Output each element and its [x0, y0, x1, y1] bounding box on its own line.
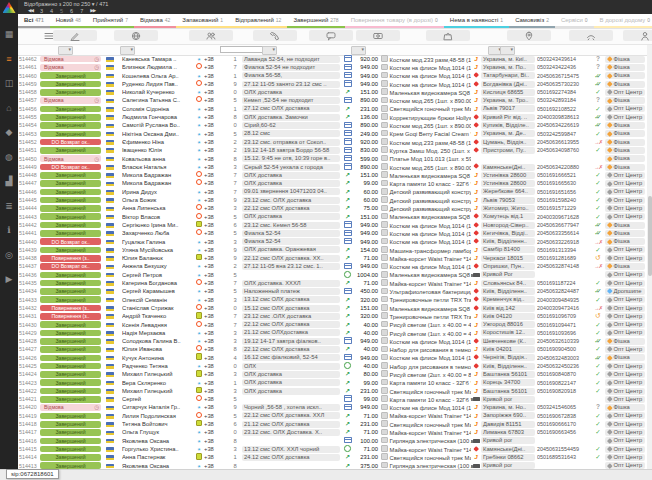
table-row[interactable]: 514432 Повернення (з.. Станіслав Стрижак…	[18, 304, 647, 312]
search-filter-input[interactable]	[220, 46, 264, 53]
video-icon[interactable]: ▶	[2, 272, 16, 286]
table-row[interactable]: 514458 Завершений Николай Кучеренко * +3…	[18, 88, 647, 96]
app-logo-icon[interactable]	[3, 2, 16, 13]
table-row[interactable]: 514431 Повернення (з.. Андрій Ткаченко +…	[18, 312, 647, 320]
next-page-icon[interactable]: ▶▶	[90, 8, 95, 13]
page-number[interactable]: 6	[70, 8, 73, 14]
table-row[interactable]: 514454 Завершений Самотій Руслана Во.. *…	[18, 121, 647, 129]
table-row[interactable]: 514415 Завершений Горгулько Христина.. *…	[18, 445, 647, 453]
table-row[interactable]: 514460 Завершений Кошелева Ольга Ар.. * …	[18, 72, 647, 80]
table-row[interactable]: 514435 Завершений Катерина Богданова +38…	[18, 279, 647, 287]
product-icon	[381, 312, 388, 319]
signature-icon[interactable]	[70, 31, 80, 41]
table-row[interactable]: 514421 Завершений Сергей +38 5 99.00 Кар…	[18, 395, 647, 403]
table-row[interactable]: 514439 Завершений Уляна Мусійовська * +3…	[18, 246, 647, 254]
table-row[interactable]: 514440 DO Возврат ок.. Гуцалюк Галина * …	[18, 238, 647, 246]
table-row[interactable]: 514449 DO Возврат ок.. Власюк Наталья * …	[18, 163, 647, 171]
table-row[interactable]: 514416 Завершений Яковлева Оксана * +38 …	[18, 437, 647, 445]
chat-icon[interactable]	[326, 31, 336, 41]
tab-1[interactable]: Новий 48	[50, 14, 87, 28]
contacts-icon[interactable]	[206, 31, 216, 41]
table-row[interactable]: 514434 Завершений Сергей Карамышев * +38…	[18, 287, 647, 295]
table-row[interactable]: 514433 Завершений Олексій Семанін * +38 …	[18, 296, 647, 304]
table-row[interactable]: 514424 Завершений Михаил Гилецький +38 3…	[18, 370, 647, 378]
table-row[interactable]: 514455 Завершений Людмила Гончарова * +3…	[18, 113, 647, 121]
tab-11[interactable]: В дорозі додому 0	[594, 14, 652, 28]
tab-4[interactable]: Запакований 1	[176, 14, 229, 28]
table-row[interactable]: 514417 Завершений Ольга Глущук * +38 0 2…	[18, 428, 647, 436]
table-row[interactable]: 514444 Завершений Анна Липенська +38 3 2…	[18, 204, 647, 212]
page-number[interactable]: 4	[50, 8, 53, 14]
column-filter-dropdown[interactable]	[500, 46, 515, 55]
page-number[interactable]: 5	[60, 8, 63, 14]
tab-5[interactable]: Відправлений 12	[229, 14, 287, 28]
table-row[interactable]: 514462 Відмова◷ Каневська Тамара .. * +3…	[18, 55, 647, 63]
column-filter-dropdown[interactable]	[120, 46, 135, 55]
table-row[interactable]: 514453 Завершений Нікітіна Оксана Дми.. …	[18, 130, 647, 138]
companies-icon[interactable]: ⌂	[2, 101, 16, 115]
products-icon[interactable]: ◆	[2, 125, 16, 139]
tab-2[interactable]: Прийнятий 7	[87, 14, 134, 28]
table-row[interactable]: 514425 Завершений Радченко Тетяна * +38 …	[18, 362, 647, 370]
table-row[interactable]: 514443 Завершений Віктор Власов +38 5 ОЛ…	[18, 213, 647, 221]
handset-icon[interactable]	[586, 31, 596, 41]
vertical-scrollbar[interactable]	[647, 28, 652, 470]
table-row[interactable]: 514442 Завершений Сергіюнко Ірина Ми.. +…	[18, 221, 647, 229]
info-icon[interactable]: ℹ	[2, 223, 16, 237]
announcements-icon[interactable]: ◍	[2, 150, 16, 164]
table-row[interactable]: 514445 Завершений Ольга Божик * +38 9 23…	[18, 196, 647, 204]
column-filter-dropdown[interactable]	[351, 46, 366, 55]
table-row[interactable]: 514428 Завершений Солодкова Галина В.. *…	[18, 337, 647, 345]
table-row[interactable]: 514426 Завершений Кучук Антонина +38 4 1…	[18, 354, 647, 362]
settings-icon[interactable]: ≣	[2, 199, 16, 213]
prev-page-icon[interactable]: ◀◀	[28, 8, 33, 13]
reports-icon[interactable]: ▟	[2, 174, 16, 188]
table-row[interactable]: 514451 Завершений Іващенко Юлія * +38 2 …	[18, 146, 647, 154]
table-row[interactable]: 514422 Завершений Михаил Гилецький +38 3…	[18, 387, 647, 395]
tab-3[interactable]: Відмова 42	[134, 14, 176, 28]
table-row[interactable]: 514420 Відмова◷ Ситарчук Наталія Гр.. * …	[18, 403, 647, 411]
scrollbar-thumb[interactable]	[648, 196, 652, 276]
table-row[interactable]: 514447 Завершений Микола Бадражан +38 7 …	[18, 179, 647, 187]
person-icon[interactable]	[640, 31, 650, 41]
tab-6[interactable]: Завершений 278	[287, 14, 344, 28]
table-row[interactable]: 514423 Завершений Вера Скляренко * +38 1…	[18, 379, 647, 387]
table-row[interactable]: 514430 Завершений Ксенія Левадняя +38 7 …	[18, 321, 647, 329]
cards-icon[interactable]: ▦	[2, 27, 16, 41]
location-pin-icon[interactable]	[524, 31, 534, 41]
orders-icon[interactable]: ≡	[2, 52, 16, 66]
table-row[interactable]: 514436 Завершений Сергей Петров * +38 5 …	[18, 271, 647, 279]
table-row[interactable]: 514450 Відмова◷ Ковальова анна * +38 8 1…	[18, 155, 647, 163]
table-row[interactable]: 514456 Завершений Соломія Сідоніна * +38…	[18, 105, 647, 113]
bag-icon[interactable]	[443, 31, 453, 41]
tab-9[interactable]: Самовивіз 2	[509, 14, 555, 28]
contacts-icon[interactable]: ◫	[2, 76, 16, 90]
column-filter-dropdown[interactable]	[58, 46, 73, 55]
table-row[interactable]: 514427 Завершений Юлия Иванова +38 8 22.…	[18, 345, 647, 353]
phone-icon[interactable]	[270, 31, 280, 41]
table-row[interactable]: 514459 Завершений Руденко Лидия Пав.. +3…	[18, 80, 647, 88]
table-row[interactable]: 514446 Завершений Ирина Дидух * +38 7 09…	[18, 188, 647, 196]
column-filter-dropdown[interactable]	[262, 46, 277, 55]
table-row[interactable]: 514414 Завершений Анна Пастернак +38 1 2…	[18, 453, 647, 461]
table-row[interactable]: 514448 Завершений Микола Бадражан +38 7 …	[18, 171, 647, 179]
tab-0[interactable]: Всі 471	[18, 14, 50, 28]
table-row[interactable]: 514452 DO Возврат ок.. Єфименко Ніна * +…	[18, 138, 647, 146]
tab-10[interactable]: Сервіси 0	[555, 14, 594, 28]
table-row[interactable]: 514438 Повернення (з.. Юлия Баланюк +38 …	[18, 254, 647, 262]
displayed-range-text[interactable]: Відображено з 200 по 250 ▾ / 471	[24, 1, 108, 7]
tab-8[interactable]: Нема в наявності 1	[444, 14, 509, 28]
table-row[interactable]: 514419 Завершений Лилия Подолинская +38 …	[18, 412, 647, 420]
browser-icon[interactable]: ◎	[2, 248, 16, 262]
table-row[interactable]: 514418 Завершений Тетяна Войтович +38 6 …	[18, 420, 647, 428]
table-row[interactable]: 514461 Відмова◷ Близнюк Людмила .. +38 7…	[18, 63, 647, 71]
table-row[interactable]: 514437 DO Возврат ок.. Анжела Безушку * …	[18, 262, 647, 270]
page-number[interactable]: 3	[40, 8, 43, 14]
table-row[interactable]: 514457 Відмова◷ Салегина Татьяна С.. +38…	[18, 96, 647, 104]
page-number[interactable]: 7	[80, 8, 83, 14]
table-row[interactable]: 514441 Завершений Захарченко Люба +38 5 …	[18, 229, 647, 237]
tab-7[interactable]: Повернення товару (в дорозі) 0	[345, 14, 444, 28]
money-icon[interactable]	[373, 31, 383, 41]
globe-icon[interactable]	[131, 31, 141, 41]
table-row[interactable]: 514429 Завершений Надія Мерзаєва * +38 3…	[18, 329, 647, 337]
